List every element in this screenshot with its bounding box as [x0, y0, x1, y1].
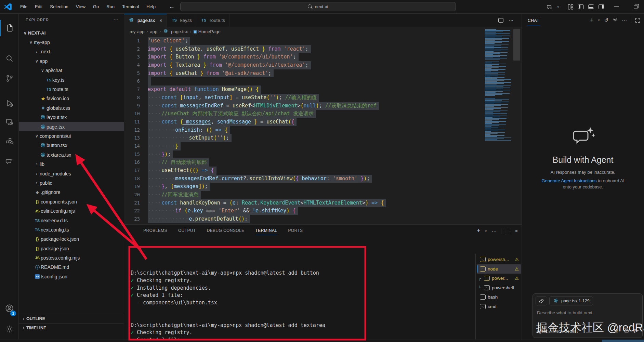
customize-layout-icon[interactable] — [567, 3, 574, 11]
panel-tab-output[interactable]: OUTPUT — [178, 228, 196, 235]
extensions-icon[interactable] — [0, 133, 19, 149]
window-restore-button[interactable] — [632, 3, 639, 11]
copilot-dropdown-icon[interactable]: ∨ — [557, 5, 559, 9]
tree-item-next-ai[interactable]: ∨NEXT-AI — [19, 28, 124, 38]
shell-item-power[interactable]: ┌›_power...⚠ — [477, 274, 521, 283]
tree-item-components-ui[interactable]: ∨components\ui — [19, 131, 124, 141]
search-sidebar-icon[interactable] — [0, 50, 19, 67]
tree-item-favicon.ico[interactable]: ★favicon.ico — [19, 94, 124, 103]
new-chat-dropdown-icon[interactable]: ∨ — [598, 18, 600, 22]
tree-item-eslint.config.mjs[interactable]: JSeslint.config.mjs — [19, 206, 124, 215]
cloud-icon[interactable] — [623, 329, 629, 334]
shell-item-powersh[interactable]: ›_powersh...⚠ — [477, 255, 521, 264]
toggle-primary-sidebar-icon[interactable] — [577, 3, 584, 11]
panel-close-icon[interactable]: × — [515, 228, 518, 235]
tree-item-textarea.tsx[interactable]: textarea.tsx — [19, 150, 124, 159]
terminal-dropdown-icon[interactable]: ∨ — [485, 229, 487, 233]
chat-history-icon[interactable]: ↺ — [604, 17, 608, 23]
menu-run[interactable]: Run — [103, 0, 118, 14]
tree-item-page.tsx[interactable]: page.tsx — [19, 122, 124, 131]
timeline-section[interactable]: ›TIMELINE — [19, 323, 124, 332]
chat-sidebar-icon[interactable] — [0, 154, 19, 170]
outline-section[interactable]: ›OUTLINE — [19, 314, 124, 323]
tree-item-components.json[interactable]: {}components.json — [19, 197, 124, 206]
panel-tab-ports[interactable]: PORTS — [288, 228, 303, 235]
explorer-icon[interactable] — [0, 20, 19, 36]
send-icon[interactable] — [633, 328, 639, 334]
tree-item-next-env.d.ts[interactable]: TSnext-env.d.ts — [19, 216, 124, 225]
tree-item-button.tsx[interactable]: button.tsx — [19, 141, 124, 150]
shell-item-cmd[interactable]: ›_cmd — [477, 302, 521, 312]
tree-item-node-modules[interactable]: ›node_modules — [19, 169, 124, 178]
panel-tab-terminal[interactable]: TERMINAL — [255, 228, 277, 235]
breadcrumb[interactable]: my-app›app›page.tsx›▣HomePage — [124, 27, 522, 36]
command-center-search[interactable]: next-ai — [180, 2, 456, 11]
tree-item-globals.css[interactable]: #globals.css — [19, 103, 124, 113]
panel-maximize-icon[interactable] — [506, 229, 510, 233]
shell-item-node[interactable]: ›_node⚠ — [477, 264, 521, 274]
new-terminal-icon[interactable]: + — [477, 227, 481, 235]
settings-gear-icon[interactable] — [0, 321, 19, 337]
terminal-output[interactable]: D:\script\chatgpt\next-ai\my-app>npx sha… — [131, 269, 325, 342]
model-picker-dropdown[interactable]: Pick Model ∨ — [554, 329, 579, 334]
tree-item-readme.md[interactable]: iREADME.md — [19, 263, 124, 272]
chat-maximize-icon[interactable] — [635, 18, 640, 23]
split-editor-icon[interactable] — [498, 18, 503, 23]
explorer-more-icon[interactable]: ⋯ — [113, 16, 119, 23]
menu-file[interactable]: File — [16, 0, 31, 14]
tree-item-lib[interactable]: ›lib — [19, 159, 124, 169]
tree-item-next.config.ts[interactable]: TSnext.config.ts — [19, 225, 124, 234]
editor-more-icon[interactable]: ⋯ — [509, 18, 513, 23]
tree-item-api-chat[interactable]: ∨api\chat — [19, 66, 124, 75]
breadcrumb-item[interactable]: ▣HomePage — [193, 29, 220, 34]
chat-tab[interactable]: CHAT — [527, 15, 540, 26]
tab-page-tsx[interactable]: page.tsx× — [124, 14, 167, 27]
tree-item-layout.tsx[interactable]: layout.tsx — [19, 113, 124, 122]
editor-scrollbar[interactable] — [513, 29, 520, 61]
chat-settings-gear-icon[interactable] — [613, 17, 618, 23]
account-icon[interactable]: 1 — [0, 299, 19, 317]
tree-item-my-app[interactable]: ∨my-app — [19, 38, 124, 47]
tree-item-public[interactable]: ›public — [19, 178, 124, 187]
tree-item-tsconfig.json[interactable]: TStsconfig.json — [19, 272, 124, 281]
panel-tab-problems[interactable]: PROBLEMS — [143, 228, 167, 235]
tools-icon[interactable] — [615, 328, 619, 334]
panel-tab-debug-console[interactable]: DEBUG CONSOLE — [207, 228, 245, 235]
tab-route-ts[interactable]: TSroute.ts — [196, 14, 229, 27]
window-minimize-button[interactable] — [613, 3, 620, 11]
run-debug-icon[interactable] — [0, 95, 19, 111]
status-bar[interactable] — [0, 340, 644, 342]
nav-back-icon[interactable]: ← — [169, 3, 175, 10]
agent-mode-dropdown[interactable]: Agent ∨ — [536, 329, 551, 334]
generate-agent-instructions-link[interactable]: Generate Agent Instructions — [541, 178, 596, 183]
toggle-secondary-sidebar-icon[interactable] — [597, 3, 605, 11]
shell-item-bash[interactable]: ›_bash — [477, 292, 521, 302]
menu-go[interactable]: Go — [89, 0, 103, 14]
chat-input-box[interactable]: page.tsx:1-129 Describe what to build ne… — [533, 293, 643, 338]
breadcrumb-item[interactable]: app — [150, 29, 157, 34]
tree-item-postcss.config.mjs[interactable]: JSpostcss.config.mjs — [19, 253, 124, 262]
shell-item-powershell[interactable]: └›_powershell — [477, 283, 521, 293]
tree-item-key.ts[interactable]: TSkey.ts — [19, 75, 124, 84]
tab-key-ts[interactable]: TSkey.ts — [167, 14, 196, 27]
remote-explorer-icon[interactable] — [0, 114, 19, 130]
tree-item-.next[interactable]: ›.next — [19, 47, 124, 56]
tree-item-route.ts[interactable]: TSroute.ts — [19, 84, 124, 94]
menu-help[interactable]: Help — [143, 0, 159, 14]
tab-close-icon[interactable]: × — [159, 17, 162, 23]
menu-view[interactable]: View — [72, 0, 89, 14]
panel-more-icon[interactable]: ⋯ — [491, 228, 497, 234]
menu-edit[interactable]: Edit — [31, 0, 46, 14]
tree-item-app[interactable]: ∨app — [19, 56, 124, 66]
attach-context-button[interactable] — [536, 297, 547, 305]
code-editor[interactable]: 1'use client';2import { useState, useRef… — [124, 37, 522, 224]
tree-item-package-lock.json[interactable]: {}package-lock.json — [19, 235, 124, 244]
new-chat-icon[interactable]: + — [590, 17, 594, 24]
toggle-panel-icon[interactable] — [587, 3, 595, 11]
menu-terminal[interactable]: Terminal — [118, 0, 143, 14]
tree-item-.gitignore[interactable]: ◆.gitignore — [19, 188, 124, 197]
chat-input-placeholder[interactable]: Describe what to build next — [537, 310, 640, 315]
tree-item-package.json[interactable]: {}package.json — [19, 244, 124, 253]
minimap[interactable] — [484, 29, 513, 142]
source-control-icon[interactable] — [0, 70, 19, 87]
